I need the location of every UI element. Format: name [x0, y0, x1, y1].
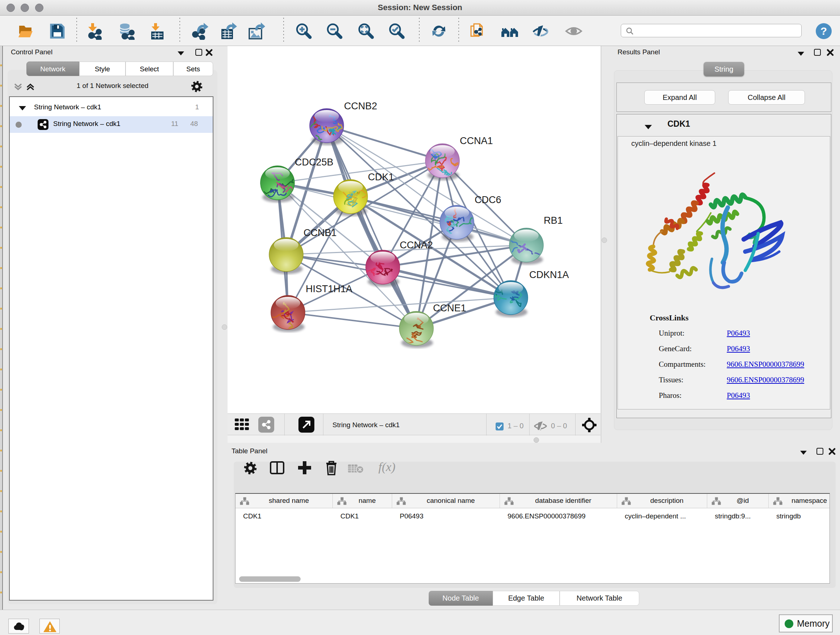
- svg-text:CCNB2: CCNB2: [344, 101, 377, 111]
- svg-text:CCNA2: CCNA2: [400, 240, 433, 250]
- svg-text:CDK1: CDK1: [368, 172, 394, 182]
- svg-text:CDC6: CDC6: [475, 195, 501, 205]
- svg-text:CCNA1: CCNA1: [460, 135, 493, 146]
- svg-text:HIST1H1A: HIST1H1A: [306, 283, 352, 295]
- svg-text:CDC25B: CDC25B: [295, 157, 333, 168]
- svg-text:CDKN1A: CDKN1A: [529, 269, 569, 280]
- svg-text:CCNE1: CCNE1: [433, 302, 466, 314]
- svg-text:?: ?: [821, 25, 827, 37]
- svg-text:RB1: RB1: [544, 215, 563, 226]
- svg-text:CCNB1: CCNB1: [303, 227, 337, 238]
